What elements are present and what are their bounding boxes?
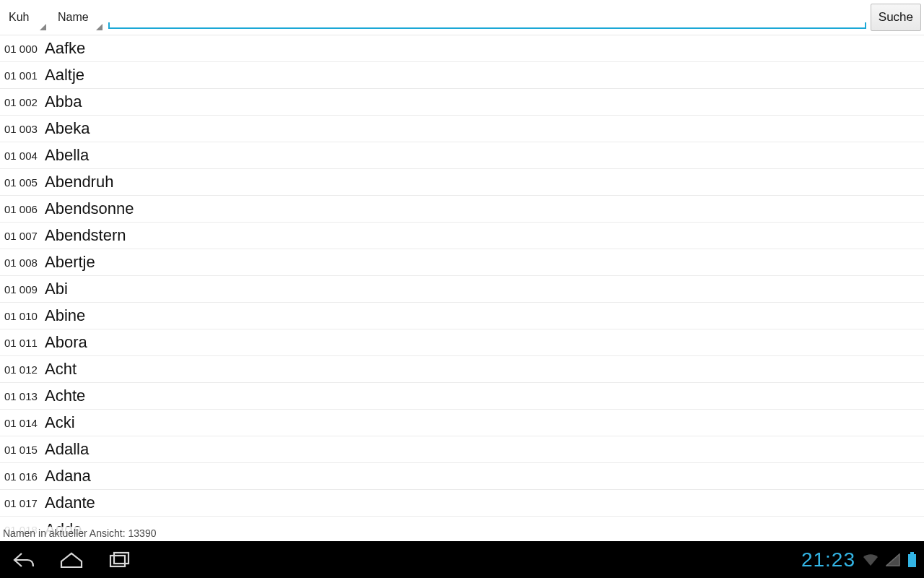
row-id: 01 004 — [4, 150, 45, 162]
row-id: 01 006 — [4, 203, 45, 215]
row-id: 01 002 — [4, 96, 45, 108]
list-item[interactable]: 01 009Abi — [0, 276, 924, 303]
row-name: Abendruh — [45, 173, 113, 191]
row-name: Abba — [45, 92, 82, 111]
search-button[interactable]: Suche — [871, 4, 921, 31]
svg-rect-1 — [114, 553, 128, 564]
row-name: Abi — [45, 280, 68, 298]
row-id: 01 014 — [4, 417, 45, 429]
row-id: 01 007 — [4, 230, 45, 242]
cell-signal-icon — [886, 553, 900, 566]
row-id: 01 015 — [4, 444, 45, 456]
row-name: Achte — [45, 387, 85, 405]
name-list[interactable]: 01 000Aafke01 001Aaltje01 002Abba01 003A… — [0, 35, 924, 541]
list-item[interactable]: 01 004Abella — [0, 142, 924, 169]
row-name: Adana — [45, 467, 91, 486]
home-button[interactable] — [48, 542, 95, 578]
row-id: 01 011 — [4, 337, 45, 349]
dropdown-kuh[interactable]: Kuh — [3, 3, 48, 32]
row-id: 01 000 — [4, 43, 45, 55]
search-field-wrap — [108, 3, 866, 32]
list-item[interactable]: 01 014Acki — [0, 410, 924, 436]
svg-rect-3 — [910, 552, 914, 554]
recents-button[interactable] — [95, 542, 143, 578]
row-name: Adante — [45, 493, 95, 512]
system-tray[interactable]: 21:23 — [801, 548, 924, 571]
system-nav-bar: 21:23 — [0, 541, 924, 578]
back-button[interactable] — [0, 542, 48, 578]
list-item[interactable]: 01 007Abendstern — [0, 223, 924, 249]
wifi-icon — [863, 553, 879, 566]
list-item[interactable]: 01 010Abine — [0, 303, 924, 329]
status-count: Namen in aktueller Ansicht: 13390 — [1, 527, 157, 540]
row-name: Abella — [45, 146, 89, 165]
svg-rect-0 — [110, 556, 125, 566]
dropdown-kuh-label: Kuh — [9, 11, 29, 24]
row-name: Acki — [45, 413, 75, 432]
list-item[interactable]: 01 003Abeka — [0, 116, 924, 142]
row-name: Abertje — [45, 253, 95, 272]
dropdown-name-label: Name — [58, 11, 89, 24]
row-id: 01 008 — [4, 256, 45, 269]
row-id: 01 016 — [4, 470, 45, 483]
battery-icon — [907, 552, 917, 568]
list-item[interactable]: 01 005Abendruh — [0, 169, 924, 196]
list-item[interactable]: 01 000Aafke — [0, 35, 924, 62]
row-id: 01 003 — [4, 123, 45, 135]
list-item[interactable]: 01 015Adalla — [0, 436, 924, 463]
row-id: 01 012 — [4, 363, 45, 376]
list-item[interactable]: 01 008Abertje — [0, 249, 924, 276]
row-name: Adalla — [45, 440, 89, 459]
row-name: Aafke — [45, 39, 85, 58]
dropdown-name[interactable]: Name — [52, 3, 104, 32]
row-name: Abine — [45, 306, 85, 325]
spinner-arrow-icon — [96, 24, 103, 30]
row-name: Aaltje — [45, 66, 84, 85]
list-item[interactable]: 01 006Abendsonne — [0, 196, 924, 223]
list-item[interactable]: 01 001Aaltje — [0, 62, 924, 89]
top-bar: Kuh Name Suche — [0, 0, 924, 33]
list-item[interactable]: 01 016Adana — [0, 463, 924, 490]
list-item[interactable]: 01 013Achte — [0, 383, 924, 410]
row-id: 01 010 — [4, 310, 45, 322]
row-id: 01 017 — [4, 497, 45, 509]
row-name: Abeka — [45, 119, 90, 138]
list-item[interactable]: 01 017Adante — [0, 490, 924, 517]
home-icon — [58, 550, 84, 570]
row-name: Abendstern — [45, 226, 126, 245]
list-item[interactable]: 01 002Abba — [0, 89, 924, 116]
svg-rect-2 — [908, 554, 916, 567]
row-name: Abora — [45, 333, 87, 352]
back-icon — [12, 550, 36, 570]
clock: 21:23 — [801, 548, 855, 571]
list-item[interactable]: 01 011Abora — [0, 329, 924, 356]
spinner-arrow-icon — [40, 24, 46, 30]
row-id: 01 005 — [4, 176, 45, 189]
row-id: 01 009 — [4, 283, 45, 296]
row-id: 01 013 — [4, 390, 45, 402]
search-input[interactable] — [108, 7, 866, 27]
row-name: Abendsonne — [45, 199, 134, 218]
recents-icon — [107, 550, 131, 570]
list-item[interactable]: 01 012Acht — [0, 356, 924, 383]
row-id: 01 001 — [4, 69, 45, 82]
row-name: Acht — [45, 360, 77, 379]
